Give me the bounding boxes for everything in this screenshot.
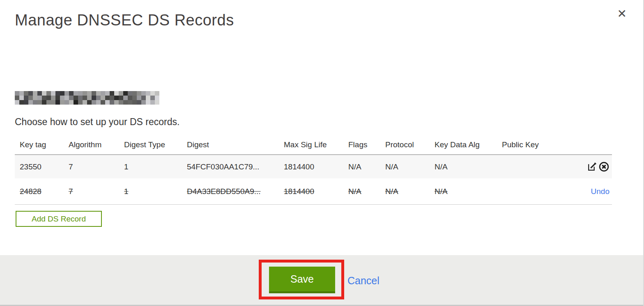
key-data-alg-value: N/A (435, 187, 448, 196)
col-header-key-data-alg: Key Data Alg (430, 140, 497, 149)
col-header-flags: Flags (343, 140, 380, 149)
digest-type-value: 1 (124, 162, 129, 171)
intro-text: Choose how to set up your DS records. (15, 116, 179, 128)
ds-records-table: Key tag Algorithm Digest Type Digest Max… (15, 135, 612, 205)
page-title: Manage DNSSEC DS Records (15, 11, 234, 29)
table-row: 23550 7 1 54FCF030AA1C79... 1814400 N/A … (15, 154, 612, 178)
col-header-protocol: Protocol (380, 140, 430, 149)
redacted-domain-name (15, 91, 159, 105)
col-header-key-tag: Key tag (15, 140, 64, 149)
flags-value: N/A (348, 162, 361, 171)
digest-type-value: 1 (124, 187, 129, 196)
flags-value: N/A (348, 187, 361, 196)
table-header-row: Key tag Algorithm Digest Type Digest Max… (15, 135, 612, 154)
dnssec-modal: ✕ Manage DNSSEC DS Records Choose how to… (0, 0, 644, 306)
protocol-value: N/A (385, 187, 398, 196)
algorithm-value: 7 (69, 162, 73, 171)
table-row-deleted: 24828 7 1 D4A33E8DD550A9... 1814400 N/A … (15, 178, 612, 205)
key-tag-value: 24828 (20, 187, 41, 196)
max-sig-life-value: 1814400 (284, 187, 314, 196)
undo-link[interactable]: Undo (591, 187, 610, 196)
edit-record-icon[interactable] (587, 162, 597, 172)
col-header-max-sig-life: Max Sig Life (279, 140, 343, 149)
cancel-link[interactable]: Cancel (347, 275, 380, 287)
delete-record-icon[interactable] (598, 161, 610, 172)
col-header-digest: Digest (182, 140, 279, 149)
algorithm-value: 7 (69, 187, 73, 196)
digest-value: D4A33E8DD550A9... (187, 187, 261, 196)
add-ds-record-button[interactable]: Add DS Record (16, 211, 102, 227)
digest-value: 54FCF030AA1C79... (187, 162, 259, 171)
close-icon[interactable]: ✕ (617, 8, 627, 20)
col-header-public-key: Public Key (497, 140, 580, 149)
col-header-algorithm: Algorithm (64, 140, 119, 149)
protocol-value: N/A (385, 162, 398, 171)
key-data-alg-value: N/A (435, 162, 448, 171)
col-header-digest-type: Digest Type (119, 140, 182, 149)
max-sig-life-value: 1814400 (284, 162, 314, 171)
red-highlight-annotation: Save (259, 260, 344, 299)
modal-footer: Save Cancel (0, 255, 643, 305)
key-tag-value: 23550 (20, 162, 41, 171)
save-button[interactable]: Save (269, 267, 335, 293)
